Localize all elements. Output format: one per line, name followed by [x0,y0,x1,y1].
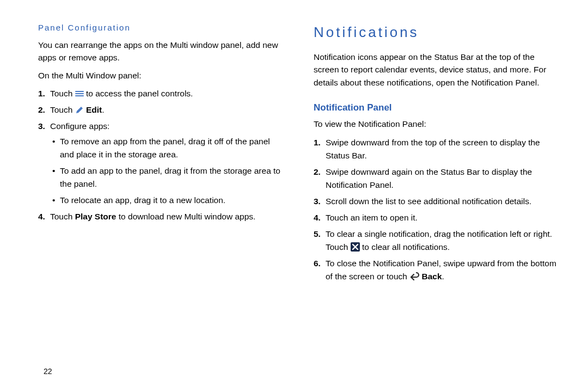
lead-text: On the Multi Window panel: [38,69,285,82]
bullet-item: To relocate an app, drag it to a new loc… [60,194,285,207]
heading-notifications: Notifications [314,22,561,43]
step-text: Scroll down the list to see additional n… [326,197,531,206]
steps-list-left: 1. Touch to access the panel controls. 2… [38,87,285,223]
step-item: 3. Configure apps: To remove an app from… [50,120,285,207]
step-number: 4. [314,211,321,224]
step-number: 2. [314,166,321,179]
menu-icon [75,90,84,97]
step-number: 4. [38,210,45,223]
step-number: 3. [38,120,45,133]
bullet-item: To remove an app from the panel, drag it… [60,135,285,161]
step-text: Configure apps: [50,121,109,131]
step-text: to access the panel controls. [84,89,193,98]
step-text-bold: Play Store [75,212,117,221]
sub-heading-panel-config: Panel Configuration [38,22,285,34]
step-text: . [102,105,104,114]
step-text: to clear all notifications. [360,242,450,252]
step-number: 5. [314,228,321,241]
step-number: 3. [314,195,321,208]
step-text: Touch an item to open it. [326,213,418,222]
step-item: 4. Touch an item to open it. [326,211,561,224]
heading-notification-panel: Notification Panel [314,101,561,115]
step-text-bold: Edit [86,105,102,114]
step-text-bold: Back [422,272,442,281]
step-item: 1. Touch to access the panel controls. [50,87,285,100]
step-text: Swipe downward from the top of the scree… [326,138,540,160]
back-icon [409,272,419,281]
steps-list-right: 1. Swipe downward from the top of the sc… [314,136,561,283]
step-item: 5. To clear a single notification, drag … [326,228,561,254]
page: Panel Configuration You can rearrange th… [0,0,588,392]
step-text: Touch [50,105,75,114]
intro-text: Notification icons appear on the Status … [314,51,561,89]
bullet-item: To add an app to the panel, drag it from… [60,164,285,191]
step-number: 1. [38,87,45,100]
step-item: 2. Touch Edit. [50,103,285,117]
step-item: 6. To close the Notification Panel, swip… [326,257,561,283]
step-item: 3. Scroll down the list to see additiona… [326,195,561,208]
lead-text: To view the Notification Panel: [314,118,561,130]
step-item: 2. Swipe downward again on the Status Ba… [326,166,561,192]
step-item: 1. Swipe downward from the top of the sc… [326,136,561,162]
step-item: 4. Touch Play Store to download new Mult… [50,210,285,223]
step-number: 6. [314,257,321,270]
step-text: Touch [50,89,75,98]
step-text: Touch [50,212,75,221]
close-icon [351,242,360,252]
right-column: Notifications Notification icons appear … [310,22,561,376]
left-column: Panel Configuration You can rearrange th… [38,22,289,376]
intro-text: You can rearrange the apps on the Multi … [38,39,285,64]
page-number: 22 [44,367,52,376]
step-text: Swipe downward again on the Status Bar t… [326,167,532,189]
step-text: . [442,272,444,281]
pencil-icon [75,105,84,114]
step-text: to download new Multi window apps. [116,212,255,221]
step-number: 1. [314,136,321,149]
step-number: 2. [38,103,45,117]
bullets-list: To remove an app from the panel, drag it… [50,135,285,207]
